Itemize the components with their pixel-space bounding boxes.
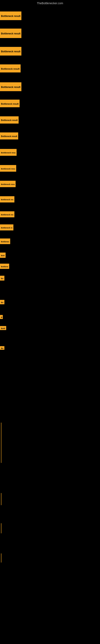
bottleneck-badge: Bottleneck result — [0, 116, 19, 124]
bottleneck-badge: Bott — [0, 252, 6, 258]
bottleneck-badge: Bottleneck result — [0, 12, 21, 20]
bottleneck-badge: Bottleneck result — [0, 47, 21, 56]
bottleneck-badge: Bottlene — [0, 264, 9, 269]
bottleneck-badge: Bottleneck re — [0, 224, 13, 230]
bottleneck-badge: Bottleneck resu — [0, 149, 17, 156]
bottleneck-badge: Bottleneck res — [0, 211, 14, 217]
site-title: TheBottlenecker.com — [0, 0, 100, 6]
bottleneck-badge: Bottleneck resu — [0, 165, 16, 172]
vertical-line — [1, 493, 1, 505]
bottleneck-badge: Bottleneck result — [0, 100, 20, 107]
bottleneck-badge: Bottlenec — [0, 238, 10, 244]
bottleneck-badge: Bottleneck result — [0, 28, 21, 38]
bottleneck-badge: Bottleneck resu — [0, 181, 16, 187]
vertical-line — [1, 523, 1, 533]
bottleneck-badge: Bo — [0, 300, 4, 304]
bottleneck-badge: Bo — [0, 276, 4, 280]
bottleneck-badge: Bottl — [0, 326, 6, 330]
bottleneck-badge: Bottleneck res — [0, 196, 14, 202]
bottleneck-badge: Bottleneck result — [0, 132, 18, 140]
vertical-line — [1, 554, 1, 562]
bottleneck-badge: Bo — [0, 346, 4, 350]
vertical-line — [1, 422, 1, 463]
bottleneck-badge: B — [0, 315, 3, 319]
bottleneck-badge: Bottleneck result — [0, 82, 21, 91]
bottleneck-badge: Bottleneck result — [0, 64, 21, 72]
